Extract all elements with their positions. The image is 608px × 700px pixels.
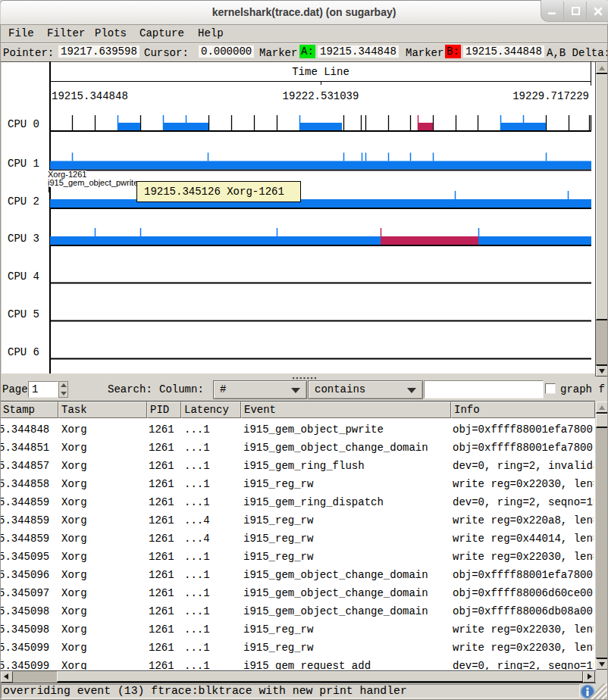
svg-text:19229.717229: 19229.717229	[512, 90, 589, 102]
svg-text:CPU 6: CPU 6	[8, 346, 39, 358]
svg-text:CPU 0: CPU 0	[8, 118, 39, 130]
svg-text:Time Line: Time Line	[292, 66, 349, 78]
svg-text:CPU 2: CPU 2	[8, 195, 39, 208]
svg-text:19222.531039: 19222.531039	[283, 90, 359, 102]
svg-text:CPU 4: CPU 4	[8, 270, 39, 283]
svg-text:CPU 1: CPU 1	[8, 158, 39, 170]
svg-text:CPU 5: CPU 5	[8, 308, 39, 320]
svg-text:CPU 3: CPU 3	[8, 233, 39, 245]
svg-text:19215.344848: 19215.344848	[52, 90, 128, 102]
